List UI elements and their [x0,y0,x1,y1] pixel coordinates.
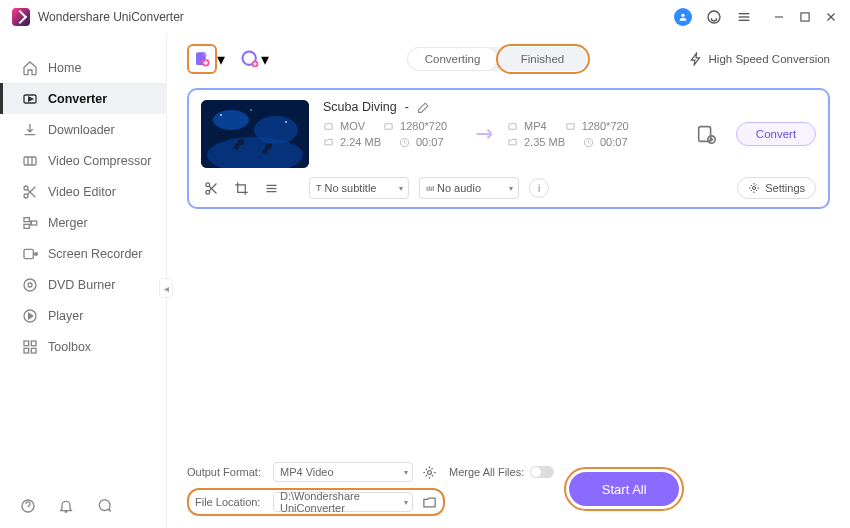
output-settings-icon[interactable] [421,464,437,480]
tab-finished[interactable]: Finished [498,47,587,71]
sidebar-label: Player [48,309,83,323]
tab-converting[interactable]: Converting [407,47,498,71]
sidebar-label: Toolbox [48,340,91,354]
preset-icon[interactable] [692,120,720,148]
svg-point-15 [24,194,28,198]
sidebar-item-dvd[interactable]: DVD Burner [0,269,166,300]
trim-icon[interactable] [201,178,221,198]
effects-icon[interactable] [261,178,281,198]
bell-icon[interactable] [58,498,74,514]
convert-button[interactable]: Convert [736,122,816,146]
audio-select[interactable]: ılılNo audio▾ [419,177,519,199]
sidebar-item-compressor[interactable]: Video Compressor [0,145,166,176]
svg-rect-54 [509,123,516,129]
scissors-icon [22,184,38,200]
sidebar: Home Converter Downloader Video Compress… [0,34,167,528]
sidebar-label: Screen Recorder [48,247,143,261]
chevron-down-icon[interactable]: ▾ [217,50,225,69]
sidebar-label: Converter [48,92,107,106]
dst-resolution: 1280*720 [582,120,629,132]
svg-rect-19 [24,224,29,228]
sidebar-item-editor[interactable]: Video Editor [0,176,166,207]
sidebar-item-toolbox[interactable]: Toolbox [0,331,166,362]
edit-name-icon[interactable] [417,101,430,114]
svg-rect-18 [24,217,29,221]
record-icon [22,246,38,262]
menu-icon[interactable] [736,9,752,25]
svg-rect-30 [31,341,36,346]
output-format-label: Output Format: [187,466,265,478]
sidebar-label: Video Editor [48,185,116,199]
close-icon[interactable] [824,9,838,25]
svg-rect-32 [31,348,36,353]
settings-button[interactable]: Settings [737,177,816,199]
svg-point-44 [213,110,249,130]
sidebar-item-recorder[interactable]: Screen Recorder [0,238,166,269]
user-avatar[interactable] [674,8,692,26]
highlight-ring: Start All [564,467,684,511]
svg-rect-23 [24,249,33,258]
open-folder-icon[interactable] [421,494,437,510]
video-thumbnail[interactable] [201,100,309,168]
add-url-button[interactable] [239,48,261,70]
svg-point-14 [24,186,28,190]
dst-duration: 00:07 [600,136,628,148]
svg-point-25 [24,279,36,291]
feedback-icon[interactable] [96,498,112,514]
svg-rect-29 [24,341,29,346]
svg-point-45 [254,116,298,144]
audio-value: No audio [437,182,481,194]
sidebar-label: Video Compressor [48,154,151,168]
sidebar-item-home[interactable]: Home [0,52,166,83]
info-icon[interactable]: i [529,178,549,198]
file-location-label: File Location: [195,496,265,508]
file-name: Scuba Diving [323,100,397,114]
dst-format: MP4 [524,120,547,132]
collapse-sidebar-icon[interactable]: ◂ [159,278,173,298]
support-icon[interactable] [706,9,722,25]
svg-rect-52 [385,123,392,129]
sidebar-item-merger[interactable]: Merger [0,207,166,238]
maximize-icon[interactable] [798,9,812,25]
high-speed-label: High Speed Conversion [709,53,830,65]
svg-rect-57 [699,127,711,142]
arrow-right-icon [473,127,497,141]
sidebar-item-converter[interactable]: Converter [0,83,166,114]
disc-icon [22,277,38,293]
sidebar-item-player[interactable]: Player [0,300,166,331]
svg-point-48 [220,114,222,116]
converter-icon [22,91,38,107]
svg-rect-20 [31,221,36,225]
merge-toggle[interactable] [530,466,554,478]
merge-icon [22,215,38,231]
output-format-select[interactable]: MP4 Video▾ [273,462,413,482]
sidebar-label: DVD Burner [48,278,115,292]
footer: Output Format: MP4 Video▾ Merge All File… [167,454,850,528]
svg-line-22 [29,223,31,226]
svg-point-49 [285,121,287,123]
dst-size: 2.35 MB [524,136,565,148]
crop-icon[interactable] [231,178,251,198]
settings-label: Settings [765,182,805,194]
minimize-icon[interactable] [772,9,786,25]
chevron-down-icon[interactable]: ▾ [261,50,269,69]
merge-label: Merge All Files: [449,466,524,478]
add-files-button[interactable] [187,44,217,74]
high-speed-toggle[interactable]: High Speed Conversion [689,52,830,66]
subtitle-value: No subtitle [325,182,377,194]
compress-icon [22,153,38,169]
file-name-dash: - [405,100,409,114]
svg-rect-6 [801,13,809,21]
sidebar-label: Downloader [48,123,115,137]
file-location-select[interactable]: D:\Wondershare UniConverter▾ [273,492,413,512]
help-icon[interactable] [20,498,36,514]
subtitle-select[interactable]: TNo subtitle▾ [309,177,409,199]
grid-icon [22,339,38,355]
file-card: Scuba Diving - MOV 1280*720 2.24 MB [187,88,830,209]
sidebar-item-downloader[interactable]: Downloader [0,114,166,145]
download-icon [22,122,38,138]
svg-point-67 [427,470,431,474]
play-icon [22,308,38,324]
start-all-button[interactable]: Start All [569,472,679,506]
titlebar: Wondershare UniConverter [0,0,850,34]
